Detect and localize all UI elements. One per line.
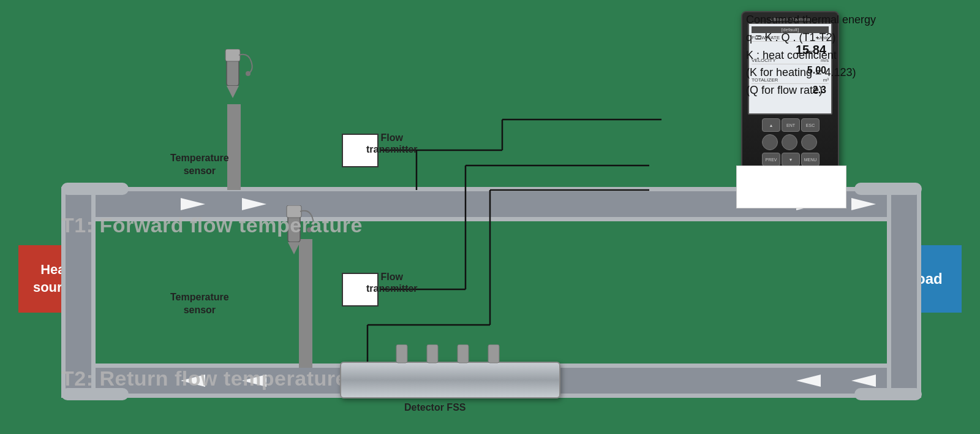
meter-btn-6[interactable] <box>801 134 817 150</box>
forward-flow-temp-label: T1: Forward flow temperature <box>61 213 363 237</box>
temp-sensor-bottom-label: Temperaturesensor <box>170 291 229 317</box>
svg-rect-3 <box>225 49 240 61</box>
return-flow-temp-label: T2: Return flow temperature <box>61 367 347 390</box>
svg-rect-11 <box>488 345 499 363</box>
flow-transmitter-top-label: Flowtransmitter <box>366 132 418 155</box>
meter-btn-8[interactable]: ▼ <box>782 153 800 166</box>
formula-line2: q = K . Q . (T1-T2) <box>746 29 876 47</box>
svg-rect-10 <box>458 345 469 363</box>
meter-btn-7[interactable]: PREV <box>762 153 780 166</box>
meter-btn-4[interactable] <box>762 134 778 150</box>
detector-fss-component <box>340 362 560 398</box>
svg-rect-9 <box>427 345 438 363</box>
svg-point-4 <box>246 71 251 76</box>
formula-line5: (Q for flow rate) <box>746 82 876 99</box>
meter-btn-2[interactable]: ENT <box>782 118 800 132</box>
right-corner-top <box>854 183 922 195</box>
formula-line1: Consumed thermal energy <box>746 11 876 29</box>
svg-rect-8 <box>396 345 407 363</box>
meter-btn-5[interactable] <box>782 134 797 150</box>
temp-sensor-top-label: Temperaturesensor <box>170 152 229 178</box>
formula-line3: K : heat coefficient <box>746 47 876 64</box>
temp-sensor-top-drawing <box>208 49 257 131</box>
flow-transmitter-bottom-label: Flowtransmitter <box>366 271 418 294</box>
right-corner-bottom <box>854 388 922 400</box>
left-corner-top <box>61 183 129 195</box>
meter-btn-3[interactable]: ESC <box>801 118 820 132</box>
meter-btn-1[interactable]: ▲ <box>762 118 780 132</box>
meter-btn-9[interactable]: MENU <box>801 153 820 166</box>
meter-buttons-grid: ▲ ENT ESC PREV ▼ MENU <box>762 118 818 166</box>
formula-box: Consumed thermal energy q = K . Q . (T1-… <box>746 11 876 99</box>
detector-fss-label: Detector FSS <box>404 402 466 413</box>
formula-line4: (K for heating = 4.123) <box>746 64 876 82</box>
meter-panel-white <box>736 166 846 208</box>
right-pipe-inner <box>891 187 917 398</box>
